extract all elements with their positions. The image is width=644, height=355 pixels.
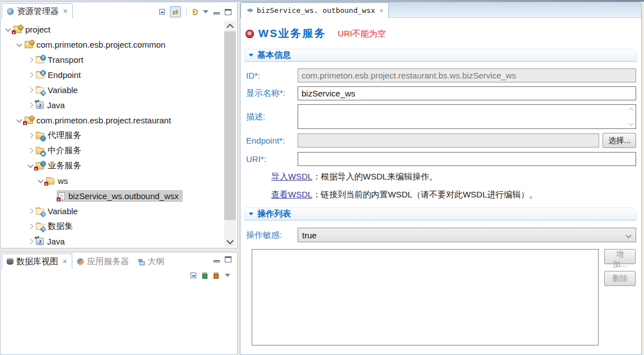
tree-item-label: 中介服务 [48, 145, 81, 156]
tree-item-ws-folder[interactable]: ws [1, 173, 237, 188]
tree-item-variable[interactable]: Variable [1, 82, 237, 98]
tab-database-view[interactable]: 数据库视图 ✕ [2, 253, 72, 269]
chevron-right-icon[interactable] [26, 85, 36, 95]
db-connect-icon[interactable] [202, 274, 207, 279]
resource-explorer-icon [7, 8, 14, 15]
tree-item-endpoint[interactable]: Endpoint [1, 67, 237, 82]
scrollbar-thumb[interactable] [224, 31, 236, 220]
tree-item-variable-2[interactable]: Variable [1, 204, 237, 219]
java-package-icon [36, 102, 44, 109]
tree-item-dataset[interactable]: 数据集 [1, 219, 237, 234]
tree-item-label: bizService_ws.outbound_wsx [68, 191, 179, 201]
tab-label: 大纲 [147, 256, 164, 267]
tab-outline[interactable]: 大纲 [133, 254, 169, 269]
service-file-icon [58, 192, 65, 200]
database-view-toolbar [1, 269, 237, 279]
tree-item-proxy-services[interactable]: 代理服务 [1, 128, 237, 143]
tree-item-business-services[interactable]: 业务服务 [1, 158, 237, 173]
tree-item-label: project [25, 25, 50, 34]
maximize-icon[interactable] [225, 256, 231, 262]
tree-item-package-common[interactable]: com.primeton.esb.project.common [1, 37, 237, 52]
transport-folder-icon [36, 57, 44, 63]
arrow-emblem-icon [40, 136, 46, 141]
tree-selection-highlight: bizService_ws.outbound_wsx [57, 190, 183, 202]
scroll-down-icon[interactable] [224, 237, 236, 246]
scroll-up-icon[interactable] [629, 107, 633, 112]
outline-icon [138, 259, 145, 265]
import-wsdl-link[interactable]: 导入WSDL [271, 172, 312, 181]
id-field-row: ID*: [246, 68, 636, 82]
tree-item-label: Java [47, 100, 65, 110]
tree-item-java[interactable]: Java [1, 98, 237, 113]
delete-operation-button[interactable]: 删除 [604, 271, 636, 286]
chevron-right-icon[interactable] [26, 55, 36, 64]
app-root: 资源管理器 ✕ ⇄ project com.pri [0, 0, 644, 355]
tree-item-package-restaurant[interactable]: com.primeton.esb.project.restaurant [1, 113, 237, 128]
link-with-editor-button[interactable]: ⇄ [170, 6, 181, 17]
resource-tree: project com.primeton.esb.project.common … [1, 19, 237, 246]
tree-item-transport[interactable]: Transport [1, 52, 237, 67]
uri-input[interactable] [298, 152, 636, 166]
tab-application-server[interactable]: 应用服务器 [72, 254, 133, 269]
operation-list-area: 增加... 删除 [252, 249, 637, 345]
diamond-emblem-icon [40, 90, 46, 96]
description-textarea[interactable] [298, 104, 636, 129]
error-badge-icon [23, 121, 27, 125]
refresh-icon[interactable] [192, 9, 198, 15]
endpoint-label: Endpoint*: [246, 136, 298, 145]
resource-explorer-panel: 资源管理器 ✕ ⇄ project com.pri [0, 2, 238, 248]
chevron-right-icon[interactable] [26, 222, 36, 231]
error-icon [245, 30, 254, 38]
section-basic-info[interactable]: 基本信息 [244, 49, 637, 62]
uri-field-row: URI*: [246, 152, 636, 166]
error-badge-icon [34, 167, 38, 170]
chevron-right-icon[interactable] [26, 206, 36, 216]
uri-label: URI*: [246, 154, 298, 164]
page-title: WS业务服务 [258, 26, 327, 41]
editor-title-row: WS业务服务 URI不能为空 [245, 26, 637, 41]
tab-resource-explorer[interactable]: 资源管理器 ✕ [2, 3, 73, 19]
tree-item-label: Variable [48, 85, 78, 95]
scroll-up-icon[interactable] [224, 22, 236, 30]
minimize-icon[interactable] [214, 12, 220, 15]
tree-item-java-2[interactable]: Java [1, 234, 237, 246]
view-wsdl-link[interactable]: 查看WSDL [271, 190, 312, 199]
maximize-icon[interactable] [225, 9, 231, 15]
tree-scrollbar[interactable] [224, 21, 236, 247]
operation-buttons: 增加... 删除 [604, 249, 637, 286]
id-input[interactable] [298, 68, 636, 82]
collapse-all-icon[interactable] [191, 273, 196, 278]
endpoint-input[interactable] [298, 133, 599, 147]
close-icon[interactable]: ✕ [63, 8, 68, 15]
tab-bizservice-editor[interactable]: bizService_ws. outbound_wsx ✕ [240, 2, 389, 18]
database-view-content [1, 279, 237, 346]
add-operation-button[interactable]: 增加... [604, 249, 636, 264]
collapse-all-icon[interactable] [159, 9, 165, 15]
mediation-services-folder-icon [36, 148, 44, 154]
view-menu-icon[interactable] [203, 10, 209, 13]
wsdl-links: 导入WSDL：根据导入的WSDL来编辑操作。 查看WSDL：链接到当前的内置WS… [271, 172, 637, 200]
operation-list[interactable] [252, 249, 599, 345]
tree-item-mediation-services[interactable]: 中介服务 [1, 143, 237, 158]
endpoint-select-button[interactable]: 选择... [603, 133, 636, 148]
close-icon[interactable]: ✕ [62, 258, 67, 265]
chevron-right-icon[interactable] [26, 131, 36, 140]
db-disconnect-icon[interactable] [214, 274, 219, 279]
scroll-down-icon[interactable] [629, 122, 633, 126]
tree-item-project[interactable]: project [1, 22, 237, 37]
chevron-down-icon[interactable] [15, 40, 25, 49]
close-icon[interactable]: ✕ [379, 7, 383, 14]
minimize-icon[interactable] [214, 260, 220, 262]
operation-sensitive-select[interactable]: true [298, 228, 636, 242]
section-operation-list[interactable]: 操作列表 [244, 208, 637, 220]
error-badge-icon [12, 30, 16, 34]
tree-item-bizservice-ws-outbound[interactable]: bizService_ws.outbound_wsx [1, 188, 237, 204]
operation-sensitive-label: 操作敏感: [246, 230, 298, 241]
chevron-right-icon[interactable] [26, 70, 36, 80]
view-menu-icon[interactable] [225, 274, 230, 277]
view-wsdl-row: 查看WSDL：链接到当前的内置WSDL（请不要对此WSDL进行编辑）。 [271, 190, 637, 200]
chevron-right-icon[interactable] [26, 146, 36, 155]
display-name-input[interactable] [298, 86, 636, 100]
display-name-label: 显示名称*: [246, 88, 298, 99]
database-icon [7, 259, 13, 265]
